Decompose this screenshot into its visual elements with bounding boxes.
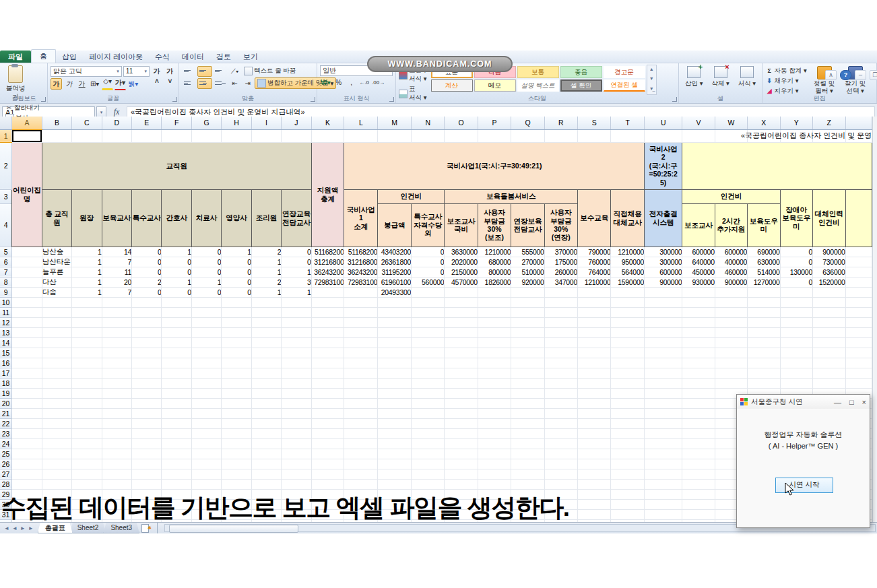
cell-H27[interactable] <box>222 469 251 479</box>
cell-AA6[interactable] <box>845 257 872 267</box>
cell-T7[interactable]: 564000 <box>611 267 645 277</box>
cell-L1[interactable] <box>344 129 378 142</box>
cell-T15[interactable] <box>611 348 645 358</box>
cell-D18[interactable] <box>102 378 131 388</box>
cell-Z6[interactable]: 730000 <box>812 257 845 267</box>
header-cell-장애아[interactable]: 장애아 보육도우 미 <box>780 189 812 247</box>
cell-V31[interactable] <box>682 509 715 519</box>
header-cell-인건비[interactable]: 인건비 <box>682 189 780 203</box>
cell-C10[interactable] <box>72 297 102 307</box>
cell-X7[interactable]: 514000 <box>748 267 781 277</box>
header-cell-영양사[interactable]: 영양사 <box>222 189 251 247</box>
cell-D6[interactable]: 7 <box>102 257 131 267</box>
cell-N25[interactable] <box>412 449 445 459</box>
cell-E10[interactable] <box>132 297 162 307</box>
cell-Q12[interactable] <box>511 317 544 327</box>
cell-F22[interactable] <box>162 418 191 428</box>
cell-J11[interactable] <box>282 307 311 317</box>
cell-T14[interactable] <box>611 337 645 348</box>
cell-G27[interactable] <box>191 469 221 479</box>
header-cell-사용자[interactable]: 사용자 부담금 30% (연장) <box>544 203 577 247</box>
cell-E17[interactable] <box>132 368 162 378</box>
cell-G20[interactable] <box>191 398 221 408</box>
cell-K17[interactable] <box>311 368 344 378</box>
cell-B17[interactable] <box>42 368 71 378</box>
cell-W17[interactable] <box>715 368 747 378</box>
cell-L21[interactable] <box>344 408 378 418</box>
cell-L20[interactable] <box>344 398 378 408</box>
cell-T24[interactable] <box>611 438 645 449</box>
cell-N21[interactable] <box>412 408 445 418</box>
cell-B26[interactable] <box>42 459 71 469</box>
cell-K9[interactable] <box>311 287 344 297</box>
cell-L16[interactable] <box>344 358 378 368</box>
column-header-J[interactable]: J <box>282 117 311 129</box>
cell-Q10[interactable] <box>511 297 544 307</box>
cell-B20[interactable] <box>42 398 71 408</box>
cell-Y15[interactable] <box>780 348 812 358</box>
cell-Q25[interactable] <box>511 449 544 459</box>
cell-T1[interactable] <box>611 129 645 142</box>
header-cell-치료사[interactable]: 치료사 <box>191 189 221 247</box>
row-header-13[interactable]: 13 <box>0 327 12 337</box>
header-cell-국비사업1(국:시:구=30:49:21)[interactable]: 국비사업1(국:시:구=30:49:21) <box>344 142 645 189</box>
cell-V21[interactable] <box>682 408 715 418</box>
align-bottom-icon[interactable] <box>213 66 228 77</box>
cell-S23[interactable] <box>577 428 611 438</box>
cell-K23[interactable] <box>311 428 344 438</box>
cell-R17[interactable] <box>544 368 577 378</box>
cell-F28[interactable] <box>162 479 191 489</box>
cell-G5[interactable]: 0 <box>191 247 221 257</box>
cells-insert-button[interactable]: 삽입 ▾ <box>683 66 705 88</box>
cell-L7[interactable]: 36243200 <box>344 267 378 277</box>
cell-A28[interactable] <box>12 479 42 489</box>
cell-I24[interactable] <box>251 438 281 449</box>
cell-P20[interactable] <box>478 398 511 408</box>
cell-Q11[interactable] <box>511 307 544 317</box>
cell-H9[interactable]: 0 <box>222 287 251 297</box>
cell-V23[interactable] <box>682 428 715 438</box>
cell-O10[interactable] <box>445 297 478 307</box>
row-header-5[interactable]: 5 <box>0 247 12 257</box>
cell-V5[interactable]: 600000 <box>682 247 715 257</box>
cell-U7[interactable]: 600000 <box>645 267 682 277</box>
cell-H26[interactable] <box>222 459 251 469</box>
cell-V17[interactable] <box>682 368 715 378</box>
cell-S6[interactable]: 760000 <box>577 257 611 267</box>
cell-I9[interactable]: 1 <box>251 287 281 297</box>
cell-P26[interactable] <box>478 459 511 469</box>
cell-V29[interactable] <box>682 489 715 499</box>
cell-N18[interactable] <box>412 378 445 388</box>
ribbon-tab-페이지 레이아웃[interactable]: 페이지 레이아웃 <box>83 51 149 63</box>
column-header-U[interactable]: U <box>645 117 682 129</box>
cell-N1[interactable] <box>412 129 445 142</box>
header-cell-보조교사[interactable]: 보조교사 <box>682 203 715 247</box>
cell-J23[interactable] <box>282 428 311 438</box>
cell-Q18[interactable] <box>511 378 544 388</box>
phonetic-icon[interactable]: 뷁▾ <box>127 78 139 90</box>
cell-V1[interactable] <box>682 129 715 142</box>
cell-R9[interactable] <box>544 287 577 297</box>
cell-G9[interactable]: 0 <box>191 287 221 297</box>
cell-D20[interactable] <box>102 398 131 408</box>
cell-V10[interactable] <box>682 297 715 307</box>
cell-I26[interactable] <box>251 459 281 469</box>
cell-F15[interactable] <box>162 348 191 358</box>
cell-B15[interactable] <box>42 348 71 358</box>
cell-Z5[interactable]: 900000 <box>812 247 845 257</box>
cell-Z10[interactable] <box>812 297 845 307</box>
cell-U8[interactable]: 900000 <box>645 277 682 287</box>
cell-K5[interactable]: 51168200 <box>311 247 344 257</box>
insert-function-icon[interactable]: fx <box>108 107 125 117</box>
cell-T5[interactable]: 1210000 <box>611 247 645 257</box>
cell-I27[interactable] <box>251 469 281 479</box>
cell-E11[interactable] <box>132 307 162 317</box>
cell-M13[interactable] <box>378 327 412 337</box>
cell-G7[interactable]: 0 <box>191 267 221 277</box>
cell-E23[interactable] <box>132 428 162 438</box>
row-header-18[interactable]: 18 <box>0 378 12 388</box>
cell-M1[interactable] <box>378 129 412 142</box>
cell-B16[interactable] <box>42 358 71 368</box>
cell-A7[interactable] <box>12 267 42 277</box>
cell-T11[interactable] <box>611 307 645 317</box>
